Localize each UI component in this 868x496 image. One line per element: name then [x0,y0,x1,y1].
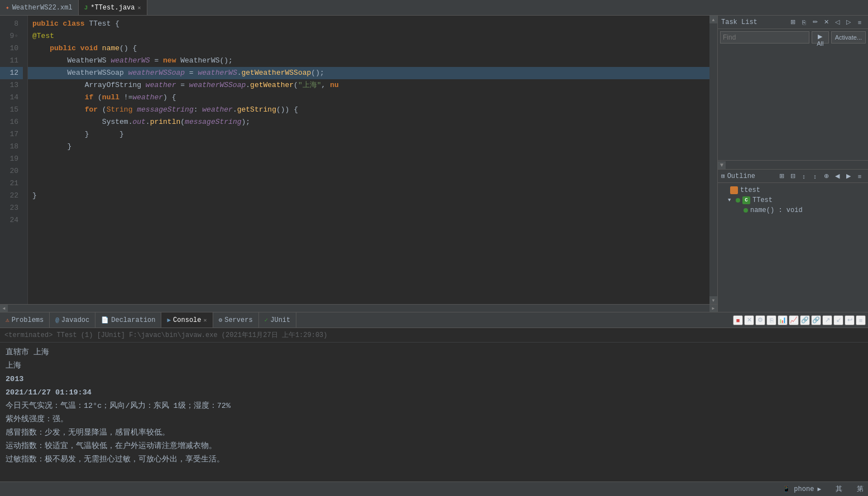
line-num-19: 19 [0,153,23,165]
outline-btn-2[interactable]: ⊟ [788,171,798,181]
editor-tab-bar: ✦ WeatherWS22.xml J *TTest.java ✕ [0,0,868,16]
code-line-11: WeatherWS weatherWS = new WeatherWS(); [28,55,709,67]
horizontal-scrollbar[interactable]: ◀ ▶ [0,304,717,312]
line-numbers: 8 9◦ 10 11 12 13 14 15 16 17 18 19 20 21… [0,16,28,304]
task-list-header: Task List ⊞ ⎘ ✏ ✕ ◁ ▷ ≡ [718,16,868,29]
phone-status-bar: 📱 phone ▶ 其 第 [0,481,868,496]
code-line-17: } } [28,128,709,141]
collapse-outline-btn[interactable]: ▼ [718,161,726,169]
console-btn-menu[interactable]: ≡ [856,315,866,325]
outline-item-ttest-class[interactable]: ▼ C TTest [720,195,866,205]
task-list-panel: Task List ⊞ ⎘ ✏ ✕ ◁ ▷ ≡ ▶ All Activate..… [718,16,868,161]
tab-close-console[interactable]: ✕ [204,317,207,324]
console-line-4: 2021/11/27 01:19:34 [6,386,862,399]
console-btn-back[interactable]: ↩ [845,315,855,325]
scroll-left-arrow[interactable]: ◀ [0,305,8,312]
toolbar-btn-more[interactable]: ≡ [855,17,865,27]
console-btn-copy[interactable]: ⎘ [766,315,776,325]
console-line-5: 今日天气实况：气温：12°c；风向/风力：东风 1级；湿度：72% [6,399,862,413]
outline-btn-5[interactable]: ⊕ [821,171,831,181]
code-line-15: for (String messageString: weather.getSt… [28,104,709,116]
toolbar-btn-copy[interactable]: ⎘ [799,17,809,27]
line-num-23: 23 [0,202,23,214]
tab-junit[interactable]: ✓ JUnit [259,312,297,328]
tab-declaration[interactable]: 📄 Declaration [95,312,161,328]
tab-weatherws[interactable]: ✦ WeatherWS22.xml [0,0,79,15]
line-num-12: 12 [0,67,23,79]
console-icon: ▶ [167,316,171,324]
scroll-down-arrow[interactable]: ▼ [709,296,717,304]
console-line-8: 运动指数：较适宜，气温较低，在户外运动请注意增减衣物。 [6,440,862,453]
console-header-text: <terminated> TTest (1) [JUnit] F:\javac\… [4,331,327,339]
code-line-12: WeatherWSSoap weatherWSSoap = weatherWS.… [28,67,709,79]
tab-ttest[interactable]: J *TTest.java ✕ [79,0,147,15]
console-header: <terminated> TTest (1) [JUnit] F:\javac\… [0,328,868,343]
outline-btn-8[interactable]: ≡ [855,171,865,181]
line-num-20: 20 [0,165,23,177]
console-btn-chart2[interactable]: 📈 [789,315,799,325]
toolbar-btn-prev[interactable]: ◁ [832,17,842,27]
toolbar-btn-edit[interactable]: ✏ [810,17,820,27]
scroll-track[interactable] [711,25,716,295]
code-line-20 [28,165,709,177]
class-green-dot [736,198,740,203]
outline-label-ttest-class: TTest [752,196,773,204]
toolbar-btn-new[interactable]: ⊞ [788,17,798,27]
code-line-16: System.out.println(messageString); [28,116,709,128]
h-scroll-track[interactable] [8,306,709,311]
outline-panel: ⊞ Outline ⊞ ⊟ ↕ ↕ ⊕ ◀ ▶ ≡ ttes [718,170,868,312]
console-btn-stop[interactable]: ■ [733,315,743,325]
line-num-22: 22 [0,190,23,202]
outline-title: Outline [727,172,755,180]
line-num-9: 9◦ [0,30,23,42]
outline-btn-7[interactable]: ▶ [843,171,853,181]
status-text2: 第 [857,484,864,494]
console-btn-down[interactable]: ↙ [833,315,843,325]
package-icon [730,186,738,194]
tab-close-ttest[interactable]: ✕ [137,4,141,11]
phone-label: phone [794,485,814,493]
tab-console[interactable]: ▶ Console ✕ [161,312,213,328]
line-num-24: 24 [0,214,23,227]
tab-javadoc[interactable]: @ Javadoc [50,312,95,328]
console-btn-gear[interactable]: ⚙ [755,315,765,325]
console-btn-out[interactable]: ↗ [822,315,832,325]
outline-btn-6[interactable]: ◀ [832,171,842,181]
declaration-icon: 📄 [101,316,109,324]
code-line-22: } [28,190,709,202]
console-btn-chart[interactable]: 📊 [778,315,788,325]
method-green-dot [744,208,748,213]
tab-problems[interactable]: ⚠ Problems [0,312,50,328]
task-activate-button[interactable]: Activate... [831,31,866,44]
right-panel: Task List ⊞ ⎘ ✏ ✕ ◁ ▷ ≡ ▶ All Activate..… [717,16,868,312]
scroll-right-arrow[interactable]: ▶ [709,305,717,312]
tab-servers[interactable]: ⚙ Servers [213,312,259,328]
code-line-21 [28,177,709,190]
line-num-15: 15 [0,104,23,116]
console-btn-link[interactable]: 🔗 [800,315,810,325]
outline-btn-4[interactable]: ↕ [810,171,820,181]
console-btn-link2[interactable]: 🔗 [811,315,821,325]
outline-item-name-method[interactable]: name() : void [720,205,866,215]
vertical-scrollbar[interactable]: ▲ ▼ [709,16,717,304]
toolbar-btn-next[interactable]: ▷ [843,17,853,27]
code-line-9: @Test [28,30,709,42]
line-num-21: 21 [0,177,23,190]
code-editor[interactable]: public class TTest { @Test public void n… [28,16,709,304]
bottom-panel: ⚠ Problems @ Javadoc 📄 Declaration ▶ Con… [0,312,868,496]
outline-item-ttest-package[interactable]: ttest [720,185,866,195]
scroll-up-arrow[interactable]: ▲ [709,16,717,23]
outline-btn-1[interactable]: ⊞ [776,171,787,181]
task-find-input[interactable] [720,31,809,44]
task-all-button[interactable]: ▶ All [812,31,829,44]
code-line-24 [28,214,709,227]
editor-content: 8 9◦ 10 11 12 13 14 15 16 17 18 19 20 21… [0,16,717,304]
toolbar-btn-delete[interactable]: ✕ [821,17,831,27]
junit-icon: ✓ [265,316,268,324]
class-icon: C [742,196,750,204]
console-btn-clear[interactable]: ✕ [744,315,754,325]
outline-toolbar: ⊞ ⊟ ↕ ↕ ⊕ ◀ ▶ ≡ [776,171,865,181]
code-line-19 [28,153,709,165]
console-line-1: 直辖市 上海 [6,346,862,359]
outline-btn-3[interactable]: ↕ [799,171,809,181]
